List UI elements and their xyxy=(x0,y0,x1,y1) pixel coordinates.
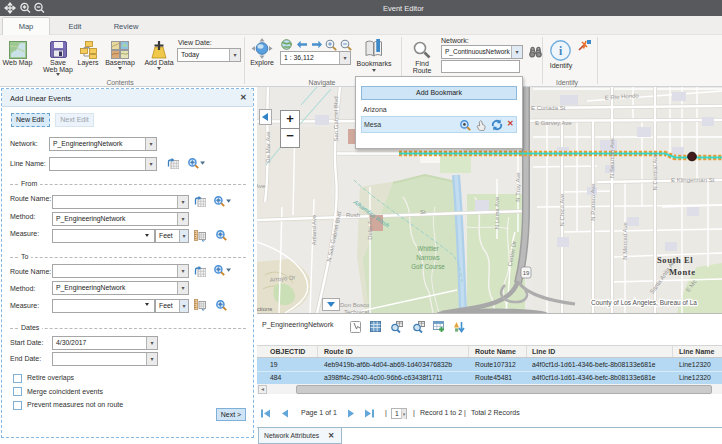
svg-text:South El: South El xyxy=(657,255,693,265)
svg-text:County of Los Angeles, Bureau: County of Los Angeles, Bureau of La xyxy=(591,299,697,307)
svg-text:E Garvey Ave: E Garvey Ave xyxy=(535,120,572,126)
svg-text:N Chico Ave: N Chico Ave xyxy=(559,193,565,227)
svg-text:N Troy Ave: N Troy Ave xyxy=(515,172,521,202)
svg-text:19: 19 xyxy=(523,270,530,276)
svg-text:N Central Ave: N Central Ave xyxy=(652,153,658,191)
svg-text:Monte: Monte xyxy=(669,267,696,277)
svg-text:constructions: constructions xyxy=(257,306,272,312)
svg-text:Don Bosco: Don Bosco xyxy=(340,302,370,308)
svg-text:N Potrero Ave: N Potrero Ave xyxy=(590,183,596,221)
svg-text:E Cortada St: E Cortada St xyxy=(531,105,566,111)
svg-text:De Mar Ave: De Mar Ave xyxy=(265,131,271,163)
svg-text:wes Ave: wes Ave xyxy=(257,183,266,189)
svg-text:St: St xyxy=(420,209,426,215)
svg-text:Whittier: Whittier xyxy=(417,245,438,252)
svg-text:N Seaman Ave: N Seaman Ave xyxy=(609,137,615,178)
svg-text:N Merced Ave: N Merced Ave xyxy=(622,222,628,260)
svg-text:Artland Ave: Artland Ave xyxy=(311,214,317,245)
svg-text:N Lema Ave: N Lema Ave xyxy=(494,196,500,229)
svg-text:Rush: Rush xyxy=(346,212,360,218)
svg-text:San Gabriel Blvd: San Gabriel Blvd xyxy=(333,96,339,141)
svg-text:E Klingerman St: E Klingerman St xyxy=(671,177,715,183)
svg-text:Narrows: Narrows xyxy=(416,254,439,261)
svg-text:Golf Course: Golf Course xyxy=(411,263,445,270)
